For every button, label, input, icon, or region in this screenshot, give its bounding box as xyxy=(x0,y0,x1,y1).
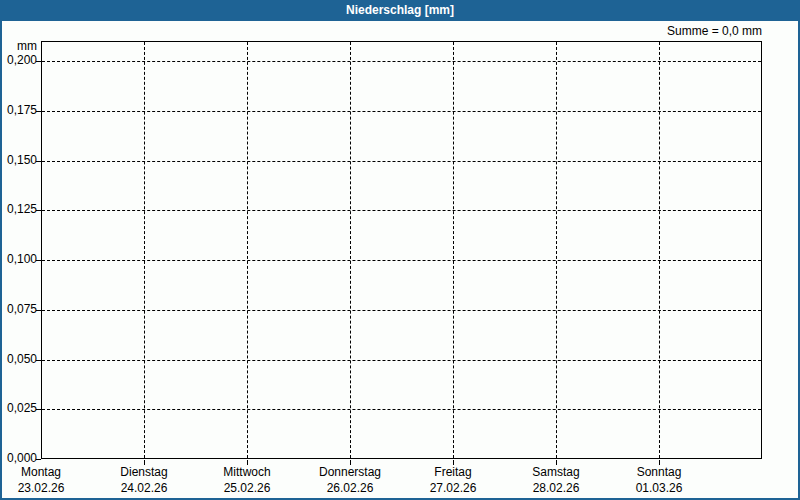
y-tick-label: 0,025 xyxy=(7,401,37,416)
y-tick-label: 0,175 xyxy=(7,103,37,118)
y-gridline xyxy=(42,360,761,361)
y-gridline xyxy=(42,161,761,162)
day-name-label: Freitag xyxy=(398,464,508,480)
sum-annotation: Summe = 0,0 mm xyxy=(667,24,762,38)
x-category-label: Samstag28.02.26 xyxy=(501,464,611,496)
y-tick-mark xyxy=(36,161,41,162)
day-name-label: Mittwoch xyxy=(192,464,302,480)
x-category-label: Sonntag01.03.26 xyxy=(604,464,714,496)
y-tick-label: 0,050 xyxy=(7,352,37,367)
x-tick-mark xyxy=(556,460,557,465)
x-category-label: Freitag27.02.26 xyxy=(398,464,508,496)
x-gridline xyxy=(556,42,557,458)
day-date-label: 23.02.26 xyxy=(0,480,96,496)
plot-area xyxy=(41,41,762,459)
x-tick-mark xyxy=(350,460,351,465)
y-gridline xyxy=(42,260,761,261)
y-tick-mark xyxy=(36,310,41,311)
x-category-label: Montag23.02.26 xyxy=(0,464,96,496)
x-tick-mark xyxy=(453,460,454,465)
y-axis-unit-label: mm xyxy=(17,39,37,53)
day-name-label: Samstag xyxy=(501,464,611,480)
chart-title: Niederschlag [mm] xyxy=(346,3,454,17)
y-tick-label: 0,125 xyxy=(7,202,37,217)
y-gridline xyxy=(42,409,761,410)
day-date-label: 28.02.26 xyxy=(501,480,611,496)
y-tick-label: 0,075 xyxy=(7,302,37,317)
y-tick-label: 0,150 xyxy=(7,153,37,168)
y-gridline xyxy=(42,61,761,62)
day-name-label: Sonntag xyxy=(604,464,714,480)
chart-window: Niederschlag [mm] Summe = 0,0 mm mm 0,20… xyxy=(0,0,800,500)
title-bar: Niederschlag [mm] xyxy=(0,0,800,21)
day-date-label: 25.02.26 xyxy=(192,480,302,496)
x-tick-mark xyxy=(247,460,248,465)
day-name-label: Dienstag xyxy=(89,464,199,480)
x-category-label: Dienstag24.02.26 xyxy=(89,464,199,496)
x-gridline xyxy=(659,42,660,458)
day-name-label: Donnerstag xyxy=(295,464,405,480)
x-category-label: Mittwoch25.02.26 xyxy=(192,464,302,496)
y-tick-mark xyxy=(36,409,41,410)
y-tick-mark xyxy=(36,111,41,112)
y-tick-mark xyxy=(36,210,41,211)
day-date-label: 24.02.26 xyxy=(89,480,199,496)
x-gridline xyxy=(453,42,454,458)
window-border-left xyxy=(0,21,2,500)
y-tick-mark xyxy=(36,459,41,460)
x-gridline xyxy=(247,42,248,458)
x-tick-mark xyxy=(659,460,660,465)
x-gridline xyxy=(144,42,145,458)
y-tick-mark xyxy=(36,61,41,62)
day-date-label: 01.03.26 xyxy=(604,480,714,496)
y-tick-mark xyxy=(36,360,41,361)
x-tick-mark xyxy=(144,460,145,465)
y-gridline xyxy=(42,210,761,211)
day-date-label: 26.02.26 xyxy=(295,480,405,496)
y-tick-label: 0,200 xyxy=(7,53,37,68)
x-category-label: Donnerstag26.02.26 xyxy=(295,464,405,496)
y-gridline xyxy=(42,310,761,311)
y-tick-label: 0,100 xyxy=(7,252,37,267)
day-date-label: 27.02.26 xyxy=(398,480,508,496)
x-gridline xyxy=(350,42,351,458)
y-gridline xyxy=(42,111,761,112)
day-name-label: Montag xyxy=(0,464,96,480)
y-tick-mark xyxy=(36,260,41,261)
